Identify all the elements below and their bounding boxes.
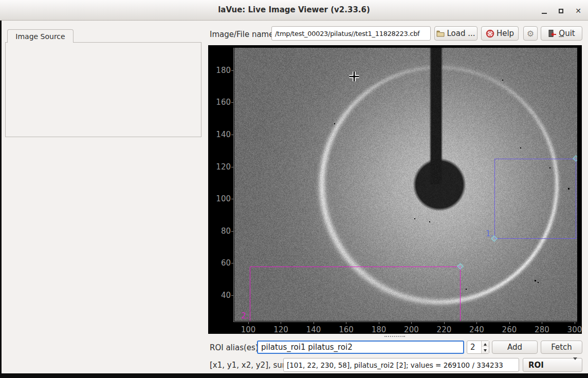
quit-button[interactable]: Quit <box>541 26 582 41</box>
image-viewer: 1001201401601802002202402602803004060801… <box>208 45 582 334</box>
roi-count-value: 2 <box>467 341 481 353</box>
y-tick-mark <box>231 295 233 296</box>
y-tick-mark <box>231 231 233 232</box>
x-tick-label: 200 <box>404 325 419 334</box>
y-tick-label: 120 <box>208 162 231 172</box>
app-window: laVue: Live Image Viewer (v2.33.6) ✕ Ima… <box>0 0 588 378</box>
help-button[interactable]: Help <box>481 26 519 41</box>
x-tick-mark <box>281 322 281 324</box>
roi-alias-label: ROI alias(es): <box>210 343 261 352</box>
y-tick-label: 160 <box>208 98 231 107</box>
close-button[interactable]: ✕ <box>573 5 584 16</box>
file-name-input[interactable]: /tmp/test_00023/pilatus//test1_11828223.… <box>271 26 431 41</box>
x-tick-label: 300 <box>567 325 582 334</box>
maximize-icon <box>559 9 563 13</box>
roi-rect[interactable] <box>494 159 576 239</box>
tool-selector-combobox[interactable]: ROI <box>523 358 582 372</box>
roi-sum-input[interactable]: [101, 22, 230, 58], pilatus_roi2 [2]; va… <box>283 358 519 372</box>
add-button-label: Add <box>507 343 522 352</box>
window-left-border <box>0 21 2 373</box>
tab-image-source[interactable]: Image Source <box>7 29 74 43</box>
exit-door-icon <box>548 29 557 37</box>
x-tick-label: 280 <box>535 325 549 334</box>
chevron-down-icon <box>573 357 577 370</box>
x-tick-label: 220 <box>437 325 452 334</box>
y-tick-mark <box>231 199 233 199</box>
x-tick-mark <box>575 322 575 324</box>
spin-up-button[interactable] <box>482 341 489 347</box>
x-tick-mark <box>509 322 510 324</box>
window-title: laVue: Live Image Viewer (v2.33.6) <box>0 5 588 14</box>
minimize-icon <box>542 13 547 14</box>
x-tick-label: 120 <box>273 325 288 334</box>
x-tick-label: 100 <box>241 325 256 334</box>
gear-icon: ⚙ <box>527 29 534 39</box>
roi-count-spinbox[interactable]: 2 <box>467 341 489 354</box>
load-button[interactable]: Load ... <box>434 26 477 41</box>
fetch-button[interactable]: Fetch <box>541 341 582 354</box>
splitter-handle[interactable] <box>384 336 405 337</box>
tool-selector-value: ROI <box>523 361 573 370</box>
add-button[interactable]: Add <box>492 341 538 354</box>
y-tick-label: 140 <box>208 130 231 139</box>
y-tick-mark <box>231 70 233 71</box>
settings-button[interactable]: ⚙ <box>523 26 538 41</box>
x-tick-label: 240 <box>469 325 484 334</box>
crosshair-cursor <box>348 70 360 83</box>
titlebar[interactable]: laVue: Live Image Viewer (v2.33.6) ✕ <box>0 0 588 21</box>
x-tick-mark <box>444 322 445 324</box>
x-tick-label: 160 <box>339 325 354 334</box>
y-tick-label: 180 <box>208 66 231 75</box>
roi-label: 2. <box>241 311 248 320</box>
x-axis-line <box>233 322 577 322</box>
y-tick-mark <box>231 263 233 263</box>
maximize-button[interactable] <box>555 5 566 16</box>
x-tick-label: 140 <box>306 325 321 334</box>
spin-down-button[interactable] <box>482 347 489 353</box>
arrow-down-icon <box>484 349 487 352</box>
file-name-label: Image/File name: <box>210 30 277 39</box>
y-tick-mark <box>231 135 233 135</box>
y-tick-mark <box>231 102 233 103</box>
roi-sum-label: [x1, y1, x2, y2], sum: <box>210 361 292 370</box>
x-tick-label: 180 <box>372 325 387 334</box>
y-tick-label: 100 <box>208 194 231 203</box>
fetch-button-label: Fetch <box>551 343 572 352</box>
minimize-button[interactable] <box>539 5 550 16</box>
quit-button-label: Quit <box>559 29 575 38</box>
x-tick-mark <box>542 322 542 324</box>
load-button-label: Load ... <box>447 29 475 38</box>
x-tick-mark <box>379 322 379 324</box>
y-axis-line <box>233 48 234 322</box>
roi-rect[interactable] <box>250 267 461 321</box>
roi-overlay: 1.2. <box>234 48 577 321</box>
lifebuoy-help-icon <box>486 29 494 38</box>
y-tick-label: 80 <box>208 226 231 236</box>
tab-image-source-label: Image Source <box>15 32 65 41</box>
folder-icon <box>436 30 445 37</box>
close-icon: ✕ <box>575 7 581 15</box>
x-tick-mark <box>476 322 477 324</box>
roi-alias-input[interactable]: pilatus_roi1 pilatus_roi2 <box>257 341 464 354</box>
window-bottom-border <box>0 373 588 378</box>
x-tick-mark <box>411 322 412 324</box>
x-tick-mark <box>346 322 346 324</box>
x-tick-label: 260 <box>502 325 517 334</box>
help-button-label: Help <box>497 29 514 38</box>
image-source-pane <box>5 42 201 137</box>
x-tick-mark <box>314 322 314 324</box>
y-tick-label: 40 <box>208 291 231 300</box>
arrow-up-icon <box>484 343 487 346</box>
x-tick-mark <box>248 322 249 324</box>
y-tick-label: 60 <box>208 258 231 268</box>
y-tick-mark <box>231 167 233 167</box>
